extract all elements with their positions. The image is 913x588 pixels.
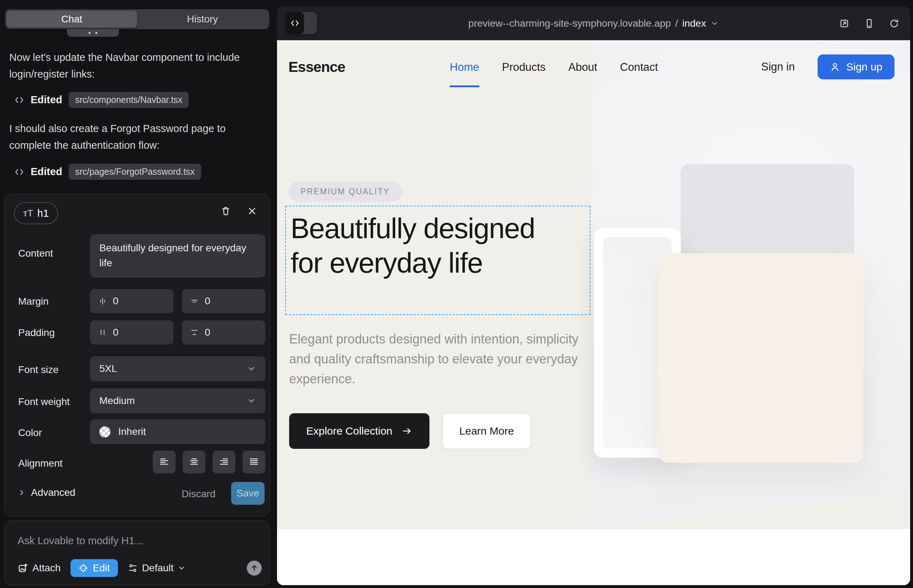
sliders-icon bbox=[128, 563, 138, 573]
font-weight-select[interactable]: Medium bbox=[90, 388, 265, 413]
chevron-right-icon bbox=[18, 488, 26, 497]
content-label: Content bbox=[18, 248, 53, 259]
padding-vertical-icon bbox=[190, 328, 199, 337]
code-icon bbox=[14, 167, 24, 177]
margin-label: Margin bbox=[18, 296, 49, 307]
nav-link-home[interactable]: Home bbox=[450, 61, 479, 74]
code-view-toggle[interactable] bbox=[286, 12, 317, 34]
clipped-chip bbox=[67, 29, 119, 37]
editor-footer: Advanced Discard Save bbox=[5, 482, 270, 507]
preview-chrome: preview--charming-site-symphony.lovable.… bbox=[277, 6, 910, 40]
app-root: Chat History Now let's update the Navbar… bbox=[0, 0, 913, 588]
font-weight-label: Font weight bbox=[18, 396, 70, 407]
padding-y-input[interactable]: 0 bbox=[182, 320, 265, 344]
sign-up-button[interactable]: Sign up bbox=[817, 55, 895, 79]
margin-x-value: 0 bbox=[113, 296, 118, 307]
site-nav-links: Home Products About Contact bbox=[450, 61, 658, 74]
edited-label: Edited bbox=[31, 94, 62, 106]
discard-button[interactable]: Discard bbox=[181, 488, 215, 500]
file-chip[interactable]: src/pages/ForgotPassword.tsx bbox=[69, 164, 201, 180]
margin-vertical-icon bbox=[190, 297, 199, 306]
hero-heading[interactable]: Beautifully designed for everyday life bbox=[291, 211, 540, 280]
edit-label: Edit bbox=[92, 562, 110, 574]
decor-cream-card bbox=[658, 254, 863, 463]
align-left-icon bbox=[159, 457, 170, 467]
chat-history-tabs: Chat History bbox=[5, 9, 269, 29]
font-size-value: 5XL bbox=[99, 363, 247, 375]
file-chip[interactable]: src/components/Navbar.tsx bbox=[69, 92, 189, 108]
url-bar[interactable]: preview--charming-site-symphony.lovable.… bbox=[277, 6, 910, 40]
close-icon[interactable] bbox=[247, 206, 257, 216]
person-icon bbox=[830, 61, 840, 72]
nav-link-about[interactable]: About bbox=[568, 61, 597, 74]
padding-x-input[interactable]: 0 bbox=[90, 320, 173, 344]
nav-link-products[interactable]: Products bbox=[502, 61, 546, 74]
sign-in-link[interactable]: Sign in bbox=[761, 60, 795, 73]
edit-mode-button[interactable]: Edit bbox=[71, 559, 118, 577]
trash-icon[interactable] bbox=[220, 206, 231, 216]
send-button[interactable] bbox=[247, 561, 262, 575]
alignment-label: Alignment bbox=[18, 458, 63, 469]
chat-mode-select[interactable]: Default bbox=[128, 562, 186, 574]
url-separator: / bbox=[675, 18, 678, 29]
chat-message: Now let's update the Navbar component to… bbox=[9, 49, 261, 82]
advanced-toggle[interactable]: Advanced bbox=[18, 487, 76, 498]
align-right-button[interactable] bbox=[212, 451, 235, 473]
advanced-label: Advanced bbox=[31, 487, 76, 498]
element-tag-chip[interactable]: тT h1 bbox=[14, 202, 58, 224]
edited-label: Edited bbox=[31, 166, 62, 178]
align-left-button[interactable] bbox=[153, 451, 176, 473]
url-page: index bbox=[682, 18, 706, 29]
refresh-icon[interactable] bbox=[889, 18, 900, 29]
color-swatch bbox=[99, 426, 110, 438]
tab-history[interactable]: History bbox=[137, 11, 268, 28]
margin-x-input[interactable]: 0 bbox=[90, 289, 173, 313]
align-right-icon bbox=[219, 457, 229, 467]
explore-collection-button[interactable]: Explore Collection bbox=[289, 413, 429, 449]
premium-quality-badge: PREMIUM QUALITY bbox=[288, 181, 402, 202]
arrow-right-icon bbox=[401, 426, 412, 436]
mode-label: Default bbox=[142, 562, 174, 574]
hero-paragraph: Elegant products designed with intention… bbox=[289, 329, 590, 389]
mobile-view-icon[interactable] bbox=[864, 18, 874, 29]
align-justify-button[interactable] bbox=[243, 451, 265, 473]
preview-window: preview--charming-site-symphony.lovable.… bbox=[277, 6, 910, 585]
align-center-button[interactable] bbox=[183, 451, 206, 473]
color-value: Inherit bbox=[118, 426, 256, 438]
align-justify-icon bbox=[249, 457, 259, 467]
content-input[interactable]: Beautifully designed for everyday life bbox=[90, 234, 265, 278]
chat-message: I should also create a Forgot Password p… bbox=[9, 120, 261, 154]
code-icon bbox=[14, 95, 24, 105]
padding-label: Padding bbox=[18, 327, 55, 339]
padding-y-value: 0 bbox=[205, 327, 210, 338]
chrome-actions bbox=[839, 6, 900, 40]
explore-collection-label: Explore Collection bbox=[306, 425, 392, 437]
save-button[interactable]: Save bbox=[231, 482, 265, 505]
attach-label: Attach bbox=[32, 562, 60, 574]
editor-header: тT h1 bbox=[5, 194, 270, 228]
learn-more-button[interactable]: Learn More bbox=[442, 413, 531, 449]
align-center-icon bbox=[189, 457, 199, 467]
color-label: Color bbox=[18, 427, 42, 438]
nav-link-contact[interactable]: Contact bbox=[620, 61, 658, 74]
edited-file-row: Edited src/components/Navbar.tsx bbox=[14, 92, 189, 108]
padding-x-value: 0 bbox=[113, 327, 118, 338]
tab-chat[interactable]: Chat bbox=[6, 11, 137, 28]
margin-y-value: 0 bbox=[205, 296, 210, 307]
sign-up-label: Sign up bbox=[846, 61, 882, 73]
chevron-down-icon bbox=[711, 19, 719, 28]
chat-sidebar: Chat History Now let's update the Navbar… bbox=[0, 0, 273, 588]
margin-y-input[interactable]: 0 bbox=[182, 289, 265, 313]
element-tag: h1 bbox=[37, 207, 49, 219]
site-logo[interactable]: Essence bbox=[288, 59, 345, 76]
font-weight-value: Medium bbox=[99, 395, 247, 407]
attach-image-icon bbox=[18, 563, 28, 573]
font-size-select[interactable]: 5XL bbox=[90, 356, 265, 381]
chevron-down-icon bbox=[178, 564, 186, 572]
site-navbar: Essence Home Products About Contact Sign… bbox=[277, 40, 910, 97]
prompt-input[interactable]: Ask Lovable to modify H1... bbox=[18, 535, 143, 547]
attach-button[interactable]: Attach bbox=[18, 562, 60, 574]
code-icon bbox=[290, 18, 299, 28]
open-external-icon[interactable] bbox=[839, 18, 850, 29]
color-select[interactable]: Inherit bbox=[90, 419, 265, 444]
